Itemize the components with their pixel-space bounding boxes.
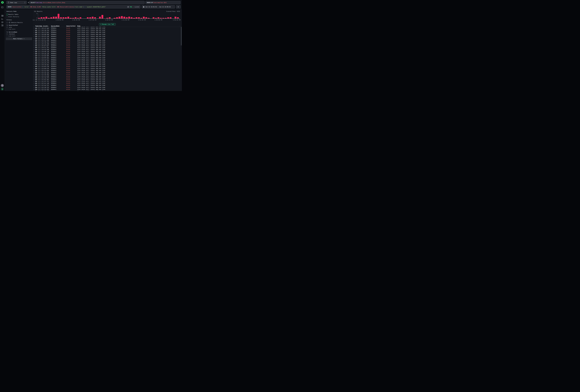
histogram-bar[interactable]	[50, 17, 52, 18]
filter-group-servicename[interactable]: ServiceName	[6, 31, 17, 33]
col-servicename[interactable]: ServiceName	[51, 25, 66, 27]
histogram-bar[interactable]	[153, 17, 154, 18]
histogram-bar[interactable]	[58, 14, 59, 18]
table-row[interactable]: >Jun 11 1:55:07.827 PMpaymenterrorVisa c…	[33, 45, 182, 47]
histogram-bar[interactable]	[143, 17, 145, 18]
table-row[interactable]: >Jun 11 1:55:59.760 PMpaymenterrorVisa c…	[33, 37, 182, 39]
load-more-severitytext[interactable]: Load more	[6, 28, 15, 30]
histogram-bar[interactable]	[119, 17, 120, 18]
denoise-checkbox[interactable]	[6, 22, 8, 23]
table-row[interactable]: >Jun 11 1:54:52.241 PMpaymenterrorVisa c…	[33, 47, 182, 49]
histogram-bar[interactable]	[92, 17, 94, 18]
table-row[interactable]: >Jun 11 1:52:02.581 PMpaymenterrorVisa c…	[33, 79, 182, 81]
histogram-bar[interactable]	[157, 17, 159, 18]
dashboards-icon[interactable]	[1, 24, 3, 26]
source-select[interactable]: Demo Logs	[6, 1, 27, 4]
histogram-bar[interactable]	[124, 17, 125, 18]
run-query-button[interactable]	[176, 5, 181, 8]
column-resize-handle[interactable]: ⋮	[76, 25, 77, 27]
histogram-bar[interactable]	[67, 17, 69, 18]
table-row[interactable]: >Jun 11 1:56:32.843 PMpaymenterrorVisa c…	[33, 32, 182, 34]
histogram-bar[interactable]	[43, 17, 45, 18]
filter-option-info[interactable]: info	[6, 26, 12, 28]
histogram-bar[interactable]	[170, 17, 171, 18]
histogram-bar[interactable]	[126, 17, 128, 18]
time-range-picker[interactable]: Jun 11 13:41:52 - Jun 11 13:56:52	[142, 5, 175, 8]
table-row[interactable]: >Jun 11 1:56:08.948 PMpaymenterrorVisa c…	[33, 34, 182, 35]
table-row[interactable]: >Jun 11 1:53:05.578 PMpaymenterrorVisa c…	[33, 66, 182, 68]
table-row[interactable]: >Jun 11 1:53:26.250 PMpaymenterrorVisa c…	[33, 60, 182, 62]
table-row[interactable]: >Jun 11 1:56:38.534 PMpaymenterrorVisa c…	[33, 30, 182, 32]
histogram-bar[interactable]	[175, 17, 176, 18]
table-row[interactable]: >Jun 11 1:53:24.274 PMpaymenterrorVisa c…	[33, 62, 182, 64]
language-sql-tab[interactable]: SQL	[130, 6, 132, 8]
table-row[interactable]: >Jun 11 1:55:16.296 PMpaymenterrorVisa c…	[33, 43, 182, 45]
table-row[interactable]: >Jun 11 1:51:43.121 PMpaymenterrorVisa c…	[33, 85, 182, 87]
table-row[interactable]: >Jun 11 1:51:31.415 PMpaymenterrorVisa c…	[33, 89, 182, 90]
table-row[interactable]: >Jun 11 1:53:41.873 PMpaymenterrorVisa c…	[33, 58, 182, 60]
more-filters-button[interactable]: More filters	[6, 37, 32, 40]
histogram-bar[interactable]	[53, 17, 54, 18]
histogram-bar[interactable]	[89, 17, 91, 18]
histogram-bar[interactable]	[138, 17, 140, 18]
where-query-input[interactable]: WHERE SeverityText = 'error' AND Body IL…	[6, 5, 141, 8]
table-row[interactable]: >Jun 11 1:55:51.448 PMpaymenterrorVisa c…	[33, 39, 182, 41]
histogram-bar[interactable]	[128, 17, 130, 18]
table-row[interactable]: >Jun 11 1:53:00.676 PMpaymenterrorVisa c…	[33, 68, 182, 70]
column-resize-handle[interactable]: ⋮	[50, 25, 51, 27]
table-row[interactable]: >Jun 11 1:52:30.469 PMpaymenterrorVisa c…	[33, 73, 182, 75]
table-row[interactable]: >Jun 11 1:56:03.248 PMpaymenterrorVisa c…	[33, 35, 182, 37]
histogram-bar[interactable]	[55, 17, 57, 18]
table-row[interactable]: >Jun 11 1:54:26.230 PMpaymenterrorVisa c…	[33, 53, 182, 54]
denoise-results-row[interactable]: Denoise Results	[6, 22, 23, 23]
histogram-bar[interactable]	[177, 17, 179, 18]
avatar[interactable]: U	[1, 88, 4, 91]
histogram-bar[interactable]	[131, 17, 133, 18]
table-row[interactable]: >Jun 11 1:56:51.975 PMpaymenterrorVisa c…	[33, 27, 182, 28]
histogram-bar[interactable]	[167, 17, 169, 18]
chart-explorer-icon[interactable]	[1, 18, 3, 20]
load-more-servicename[interactable]: Load more	[6, 35, 15, 37]
col-severitytext[interactable]: SeverityText	[66, 25, 77, 27]
panel-toggle-icon[interactable]	[1, 6, 3, 8]
col-body[interactable]: Body	[77, 25, 182, 27]
histogram-bar[interactable]	[75, 17, 76, 18]
histogram-bar[interactable]	[41, 17, 42, 18]
search-logs-icon[interactable]	[1, 15, 3, 17]
select-query-input[interactable]: SELECT Timestamp, ServiceName, SeverityT…	[29, 1, 145, 4]
histogram-bar[interactable]	[109, 17, 111, 18]
table-row[interactable]: >Jun 11 1:54:40.218 PMpaymenterrorVisa c…	[33, 51, 182, 53]
filter-option-checkout[interactable]: checkout	[6, 33, 15, 35]
table-row[interactable]: >Jun 11 1:54:43.948 PMpaymenterrorVisa c…	[33, 49, 182, 51]
histogram-bar[interactable]	[94, 17, 96, 18]
col-timestamp[interactable]: Timestamp (Local)	[35, 25, 51, 27]
histogram-bar[interactable]	[121, 16, 123, 18]
table-row[interactable]: >Jun 11 1:51:39.115 PMpaymenterrorVisa c…	[33, 87, 182, 89]
table-row[interactable]: >Jun 11 1:52:35.232 PMpaymenterrorVisa c…	[33, 71, 182, 73]
histogram-bar[interactable]	[45, 17, 47, 18]
checkout-checkbox[interactable]	[6, 33, 8, 35]
histogram-bar[interactable]	[116, 17, 118, 18]
histogram-bar[interactable]	[145, 17, 147, 18]
order-by-input[interactable]: ORDER BY TimestampTime DESC	[145, 1, 180, 4]
histogram-bar[interactable]	[60, 17, 62, 18]
table-row[interactable]: >Jun 11 1:55:39.324 PMpaymenterrorVisa c…	[33, 41, 182, 43]
table-row[interactable]: >Jun 11 1:52:51.824 PMpaymenterrorVisa c…	[33, 70, 182, 71]
histogram-bar[interactable]	[102, 15, 103, 18]
table-row[interactable]: >Jun 11 1:53:10.922 PMpaymenterrorVisa c…	[33, 64, 182, 66]
histogram-bar[interactable]	[136, 17, 137, 18]
histogram-bar[interactable]	[63, 17, 64, 18]
mode-event-patterns[interactable]: Event Patterns	[8, 16, 19, 18]
help-button[interactable]: ?	[1, 84, 4, 87]
language-lucene-tab[interactable]: Lucene	[135, 6, 139, 8]
table-scrollbar[interactable]	[181, 27, 181, 45]
table-row[interactable]: >Jun 11 1:56:42.995 PMpaymenterrorVisa c…	[33, 28, 182, 30]
table-row[interactable]: >Jun 11 1:52:19.473 PMpaymenterrorVisa c…	[33, 77, 182, 79]
filter-group-severitytext[interactable]: SeverityText	[6, 24, 18, 26]
resume-live-tail-button[interactable]: Resume Live Tail	[99, 23, 116, 25]
hyperdx-logo-icon[interactable]	[1, 1, 4, 4]
mode-results-table[interactable]: Results Table	[8, 13, 18, 16]
table-row[interactable]: >Jun 11 1:54:09.906 PMpaymenterrorVisa c…	[33, 54, 182, 56]
histogram-bar[interactable]	[87, 17, 89, 18]
table-row[interactable]: >Jun 11 1:51:57.712 PMpaymenterrorVisa c…	[33, 81, 182, 83]
